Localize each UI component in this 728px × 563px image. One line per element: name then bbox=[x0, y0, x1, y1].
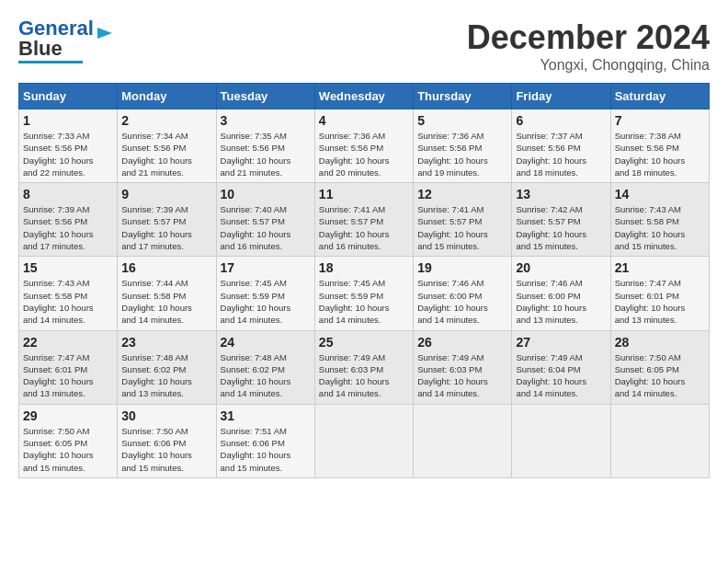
calendar-header-tuesday: Tuesday bbox=[216, 84, 314, 109]
calendar-cell bbox=[610, 404, 709, 477]
calendar-cell: 13Sunrise: 7:42 AM Sunset: 5:57 PM Dayli… bbox=[512, 183, 610, 257]
day-info: Sunrise: 7:49 AM Sunset: 6:04 PM Dayligh… bbox=[516, 351, 606, 400]
calendar-cell: 20Sunrise: 7:46 AM Sunset: 6:00 PM Dayli… bbox=[512, 257, 610, 330]
day-info: Sunrise: 7:36 AM Sunset: 5:56 PM Dayligh… bbox=[417, 130, 507, 178]
day-info: Sunrise: 7:43 AM Sunset: 5:58 PM Dayligh… bbox=[23, 277, 113, 326]
day-number: 14 bbox=[615, 187, 705, 201]
day-number: 6 bbox=[516, 113, 606, 128]
day-number: 24 bbox=[221, 335, 311, 350]
day-info: Sunrise: 7:38 AM Sunset: 5:56 PM Dayligh… bbox=[615, 130, 705, 178]
calendar-table: SundayMondayTuesdayWednesdayThursdayFrid… bbox=[18, 83, 710, 478]
calendar-cell: 11Sunrise: 7:41 AM Sunset: 5:57 PM Dayli… bbox=[314, 183, 413, 257]
day-number: 3 bbox=[221, 113, 311, 128]
location: Yongxi, Chongqing, China bbox=[467, 57, 710, 74]
month-title: December 2024 bbox=[467, 18, 710, 57]
calendar-cell bbox=[314, 404, 413, 477]
calendar-cell: 31Sunrise: 7:51 AM Sunset: 6:06 PM Dayli… bbox=[216, 404, 314, 477]
calendar-cell: 25Sunrise: 7:49 AM Sunset: 6:03 PM Dayli… bbox=[314, 330, 413, 404]
day-number: 27 bbox=[516, 335, 606, 350]
calendar-header-saturday: Saturday bbox=[610, 84, 709, 109]
day-number: 17 bbox=[221, 260, 311, 275]
day-number: 15 bbox=[23, 260, 113, 275]
day-number: 13 bbox=[516, 187, 606, 201]
day-number: 29 bbox=[23, 408, 113, 423]
calendar-cell: 7Sunrise: 7:38 AM Sunset: 5:56 PM Daylig… bbox=[610, 109, 709, 183]
calendar-cell: 3Sunrise: 7:35 AM Sunset: 5:56 PM Daylig… bbox=[216, 109, 314, 183]
day-info: Sunrise: 7:49 AM Sunset: 6:03 PM Dayligh… bbox=[319, 351, 409, 400]
day-info: Sunrise: 7:35 AM Sunset: 5:56 PM Dayligh… bbox=[221, 130, 311, 178]
day-number: 10 bbox=[221, 187, 311, 201]
day-info: Sunrise: 7:34 AM Sunset: 5:56 PM Dayligh… bbox=[121, 130, 211, 178]
calendar-header-friday: Friday bbox=[512, 84, 610, 109]
day-info: Sunrise: 7:41 AM Sunset: 5:57 PM Dayligh… bbox=[319, 203, 409, 252]
day-info: Sunrise: 7:45 AM Sunset: 5:59 PM Dayligh… bbox=[221, 277, 311, 326]
calendar-header-thursday: Thursday bbox=[414, 84, 512, 109]
calendar-cell: 4Sunrise: 7:36 AM Sunset: 5:56 PM Daylig… bbox=[314, 109, 413, 183]
calendar-cell: 17Sunrise: 7:45 AM Sunset: 5:59 PM Dayli… bbox=[216, 257, 314, 330]
logo-text: General Blue bbox=[18, 18, 94, 59]
calendar-cell: 27Sunrise: 7:49 AM Sunset: 6:04 PM Dayli… bbox=[512, 330, 610, 404]
day-info: Sunrise: 7:33 AM Sunset: 5:56 PM Dayligh… bbox=[23, 130, 113, 178]
calendar-cell: 18Sunrise: 7:45 AM Sunset: 5:59 PM Dayli… bbox=[314, 257, 413, 330]
day-number: 18 bbox=[319, 260, 409, 275]
calendar-week-1: 1Sunrise: 7:33 AM Sunset: 5:56 PM Daylig… bbox=[19, 109, 710, 183]
day-number: 30 bbox=[121, 408, 211, 423]
logo-arrow-icon bbox=[97, 24, 116, 42]
day-number: 2 bbox=[121, 113, 211, 128]
calendar-week-5: 29Sunrise: 7:50 AM Sunset: 6:05 PM Dayli… bbox=[19, 404, 710, 477]
calendar-cell: 6Sunrise: 7:37 AM Sunset: 5:56 PM Daylig… bbox=[512, 109, 610, 183]
day-info: Sunrise: 7:47 AM Sunset: 6:01 PM Dayligh… bbox=[615, 277, 705, 326]
day-number: 8 bbox=[23, 187, 113, 201]
day-info: Sunrise: 7:48 AM Sunset: 6:02 PM Dayligh… bbox=[121, 351, 211, 400]
day-number: 23 bbox=[121, 335, 211, 350]
calendar-cell: 2Sunrise: 7:34 AM Sunset: 5:56 PM Daylig… bbox=[118, 109, 216, 183]
calendar-cell: 1Sunrise: 7:33 AM Sunset: 5:56 PM Daylig… bbox=[19, 109, 118, 183]
day-number: 19 bbox=[417, 260, 507, 275]
calendar-cell: 22Sunrise: 7:47 AM Sunset: 6:01 PM Dayli… bbox=[19, 330, 118, 404]
day-number: 21 bbox=[615, 260, 705, 275]
day-number: 26 bbox=[417, 335, 507, 350]
day-number: 20 bbox=[516, 260, 606, 275]
calendar-cell: 10Sunrise: 7:40 AM Sunset: 5:57 PM Dayli… bbox=[216, 183, 314, 257]
calendar-cell: 30Sunrise: 7:50 AM Sunset: 6:06 PM Dayli… bbox=[118, 404, 216, 477]
logo-underline bbox=[18, 61, 83, 63]
calendar-cell: 26Sunrise: 7:49 AM Sunset: 6:03 PM Dayli… bbox=[414, 330, 512, 404]
day-info: Sunrise: 7:50 AM Sunset: 6:05 PM Dayligh… bbox=[615, 351, 705, 400]
calendar-cell: 5Sunrise: 7:36 AM Sunset: 5:56 PM Daylig… bbox=[414, 109, 512, 183]
day-number: 25 bbox=[319, 335, 409, 350]
calendar-cell: 15Sunrise: 7:43 AM Sunset: 5:58 PM Dayli… bbox=[19, 257, 118, 330]
calendar-header-row: SundayMondayTuesdayWednesdayThursdayFrid… bbox=[19, 84, 710, 109]
day-number: 5 bbox=[417, 113, 507, 128]
day-info: Sunrise: 7:40 AM Sunset: 5:57 PM Dayligh… bbox=[221, 203, 311, 252]
calendar-cell: 24Sunrise: 7:48 AM Sunset: 6:02 PM Dayli… bbox=[216, 330, 314, 404]
calendar-cell: 23Sunrise: 7:48 AM Sunset: 6:02 PM Dayli… bbox=[118, 330, 216, 404]
day-info: Sunrise: 7:50 AM Sunset: 6:05 PM Dayligh… bbox=[23, 425, 113, 474]
day-number: 31 bbox=[221, 408, 311, 423]
calendar-cell: 16Sunrise: 7:44 AM Sunset: 5:58 PM Dayli… bbox=[118, 257, 216, 330]
day-info: Sunrise: 7:50 AM Sunset: 6:06 PM Dayligh… bbox=[121, 425, 211, 474]
calendar-cell bbox=[414, 404, 512, 477]
calendar-header-monday: Monday bbox=[118, 84, 216, 109]
day-info: Sunrise: 7:48 AM Sunset: 6:02 PM Dayligh… bbox=[221, 351, 311, 400]
day-info: Sunrise: 7:46 AM Sunset: 6:00 PM Dayligh… bbox=[516, 277, 606, 326]
day-number: 28 bbox=[615, 335, 705, 350]
calendar-cell: 21Sunrise: 7:47 AM Sunset: 6:01 PM Dayli… bbox=[610, 257, 709, 330]
calendar-cell: 9Sunrise: 7:39 AM Sunset: 5:57 PM Daylig… bbox=[118, 183, 216, 257]
day-info: Sunrise: 7:45 AM Sunset: 5:59 PM Dayligh… bbox=[319, 277, 409, 326]
day-info: Sunrise: 7:42 AM Sunset: 5:57 PM Dayligh… bbox=[516, 203, 606, 252]
day-number: 7 bbox=[615, 113, 705, 128]
calendar-header-sunday: Sunday bbox=[19, 84, 118, 109]
title-area: December 2024 Yongxi, Chongqing, China bbox=[467, 18, 710, 74]
day-number: 16 bbox=[121, 260, 211, 275]
day-number: 11 bbox=[319, 187, 409, 201]
day-info: Sunrise: 7:44 AM Sunset: 5:58 PM Dayligh… bbox=[121, 277, 211, 326]
calendar-week-4: 22Sunrise: 7:47 AM Sunset: 6:01 PM Dayli… bbox=[19, 330, 710, 404]
logo: General Blue bbox=[18, 18, 116, 63]
day-number: 12 bbox=[417, 187, 507, 201]
calendar-cell: 8Sunrise: 7:39 AM Sunset: 5:56 PM Daylig… bbox=[19, 183, 118, 257]
day-info: Sunrise: 7:49 AM Sunset: 6:03 PM Dayligh… bbox=[417, 351, 507, 400]
calendar-cell: 19Sunrise: 7:46 AM Sunset: 6:00 PM Dayli… bbox=[414, 257, 512, 330]
calendar-cell: 12Sunrise: 7:41 AM Sunset: 5:57 PM Dayli… bbox=[414, 183, 512, 257]
calendar-cell: 14Sunrise: 7:43 AM Sunset: 5:58 PM Dayli… bbox=[610, 183, 709, 257]
day-info: Sunrise: 7:41 AM Sunset: 5:57 PM Dayligh… bbox=[417, 203, 507, 252]
